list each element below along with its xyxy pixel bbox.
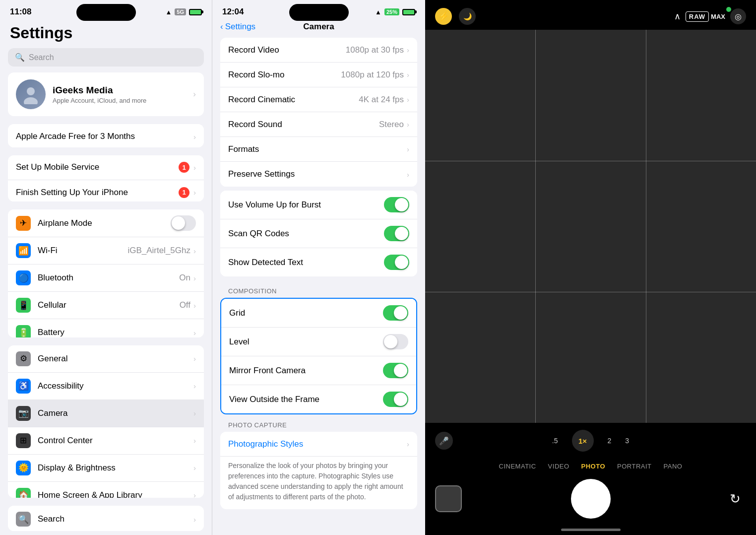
connectivity-group: ✈ Airplane Mode 📶 Wi-Fi iGB_Airtel_5Ghz … [8, 209, 204, 337]
svg-point-1 [24, 97, 38, 104]
record-cinematic-row[interactable]: Record Cinematic 4K at 24 fps › [220, 87, 417, 112]
battery-icon [189, 9, 202, 15]
flip-camera-button[interactable]: ↻ [724, 488, 746, 510]
cellular-row[interactable]: 📱 Cellular Off › [8, 292, 204, 319]
homescreen-row[interactable]: 🏠 Home Screen & App Library › [8, 482, 204, 498]
record-video-value: 1080p at 30 fps [346, 45, 404, 55]
accessibility-chevron: › [193, 382, 196, 390]
vf-controls-left: ⚡ 🌙 [435, 8, 476, 25]
photographic-styles-row[interactable]: Photographic Styles › [220, 432, 417, 457]
expand-controls-button[interactable]: ∧ [674, 11, 681, 22]
grid-toggle[interactable] [383, 305, 408, 321]
record-sound-row[interactable]: Record Sound Stereo › [220, 112, 417, 137]
viewfinder-area[interactable] [425, 30, 756, 423]
zoom-3-button[interactable]: 3 [625, 437, 629, 445]
mode-video[interactable]: VIDEO [548, 463, 569, 470]
photographic-styles-group: Photographic Styles › Personalize the lo… [220, 432, 417, 509]
search-bottom-row[interactable]: 🔍 Search › [8, 506, 204, 531]
airplane-toggle[interactable] [171, 215, 196, 231]
mode-portrait[interactable]: PORTRAIT [617, 463, 652, 470]
bluetooth-chevron: › [193, 274, 196, 282]
accessibility-label: Accessibility [38, 381, 193, 391]
photo-capture-header: PHOTO CAPTURE [212, 414, 425, 432]
display-row[interactable]: 🌞 Display & Brightness › [8, 455, 204, 482]
zoom-1x-button[interactable]: 1× [572, 430, 594, 452]
cam-scroll[interactable]: Record Video 1080p at 30 fps › Record Sl… [212, 38, 425, 535]
grid-row[interactable]: Grid [221, 299, 416, 328]
level-row[interactable]: Level [221, 328, 416, 356]
view-outside-row[interactable]: View Outside the Frame [221, 385, 416, 413]
grid-line-h1 [425, 161, 756, 161]
airplane-row[interactable]: ✈ Airplane Mode [8, 209, 204, 237]
mute-button[interactable]: 🎤 [435, 432, 453, 450]
video-group: Record Video 1080p at 30 fps › Record Sl… [220, 38, 417, 187]
camera-viewfinder-panel: ⚡ 🌙 ∧ RAW MAX ◎ 🎤 .5 [425, 0, 756, 535]
preserve-settings-row[interactable]: Preserve Settings › [220, 162, 417, 187]
bluetooth-row[interactable]: 🔵 Bluetooth On › [8, 265, 204, 292]
raw-label: RAW [686, 11, 709, 22]
battery-row[interactable]: 🔋 Battery › [8, 319, 204, 337]
control-center-row[interactable]: ⊞ Control Center › [8, 427, 204, 455]
record-slomo-row[interactable]: Record Slo-mo 1080p at 120 fps › [220, 63, 417, 87]
mirror-front-toggle[interactable] [383, 363, 408, 378]
arcade-row[interactable]: Apple Arcade Free for 3 Months › [8, 124, 204, 147]
volume-burst-row[interactable]: Use Volume Up for Burst [220, 191, 417, 219]
show-text-label: Show Detected Text [228, 258, 384, 268]
general-row[interactable]: ⚙ General › [8, 345, 204, 373]
mirror-front-label: Mirror Front Camera [229, 366, 383, 376]
record-sound-chevron: › [407, 120, 409, 129]
battery-chevron: › [193, 329, 196, 337]
night-mode-button[interactable]: 🌙 [459, 8, 476, 25]
cam-back-button[interactable]: ‹ Settings [220, 22, 255, 32]
lens-options-button[interactable]: ◎ [730, 8, 746, 24]
profile-row[interactable]: iGeeks Media Apple Account, iCloud, and … [8, 72, 204, 116]
vf-top-bar: ⚡ 🌙 ∧ RAW MAX ◎ [425, 0, 756, 30]
back-chevron-icon: ‹ [220, 22, 223, 32]
wifi-setting-icon: 📶 [16, 243, 31, 258]
cam-status-time: 12:04 [222, 7, 244, 17]
scan-qr-toggle[interactable] [384, 226, 409, 241]
mute-icon: 🎤 [435, 432, 453, 450]
general-chevron: › [193, 354, 196, 363]
scan-qr-row[interactable]: Scan QR Codes [220, 219, 417, 248]
mode-photo[interactable]: PHOTO [581, 463, 606, 470]
bluetooth-icon: 🔵 [16, 270, 31, 285]
record-video-row[interactable]: Record Video 1080p at 30 fps › [220, 38, 417, 63]
level-toggle[interactable] [383, 334, 408, 349]
level-label: Level [229, 337, 383, 347]
accessibility-row[interactable]: ♿ Accessibility › [8, 373, 204, 400]
volume-burst-toggle[interactable] [384, 197, 409, 212]
flash-button[interactable]: ⚡ [435, 8, 452, 25]
arcade-chevron: › [193, 133, 196, 141]
wifi-row[interactable]: 📶 Wi-Fi iGB_Airtel_5Ghz › [8, 237, 204, 265]
search-bar[interactable]: 🔍 Search [8, 48, 204, 67]
finish-setup-row[interactable]: Finish Setting Up Your iPhone 1 › [8, 180, 204, 202]
status-bar: 11:08 ▲ 5G [0, 0, 212, 20]
cam-status-bar: 12:04 ▲ 25% [212, 0, 425, 20]
zoom-2-button[interactable]: 2 [608, 437, 612, 445]
search-bottom-icon: 🔍 [16, 512, 31, 527]
shutter-button[interactable] [571, 479, 611, 519]
camera-setting-icon: 📷 [16, 406, 31, 421]
setup-mobile-row[interactable]: Set Up Mobile Service 1 › [8, 155, 204, 180]
bluetooth-label: Bluetooth [38, 273, 179, 283]
mode-pano[interactable]: PANO [664, 463, 683, 470]
control-center-label: Control Center [38, 436, 193, 446]
show-text-row[interactable]: Show Detected Text [220, 248, 417, 276]
camera-row[interactable]: 📷 Camera › [8, 400, 204, 427]
wifi-value: iGB_Airtel_5Ghz [127, 246, 190, 256]
cellular-label: Cellular [38, 300, 180, 310]
mode-cinematic[interactable]: CINEMATIC [499, 463, 536, 470]
search-bottom-chevron: › [193, 515, 196, 524]
formats-row[interactable]: Formats › [220, 137, 417, 162]
view-outside-toggle[interactable] [383, 392, 408, 407]
mirror-front-row[interactable]: Mirror Front Camera [221, 356, 416, 385]
thumbnail-preview[interactable] [435, 485, 462, 512]
zoom-05-button[interactable]: .5 [552, 437, 558, 445]
record-sound-value: Stereo [379, 120, 404, 130]
mode-row: CINEMATIC VIDEO PHOTO PORTRAIT PANO [425, 457, 756, 474]
show-text-toggle[interactable] [384, 255, 409, 270]
display-label: Display & Brightness [38, 463, 193, 473]
record-slomo-value: 1080p at 120 fps [341, 70, 404, 80]
cam-battery-indicator: 25% [384, 8, 399, 15]
